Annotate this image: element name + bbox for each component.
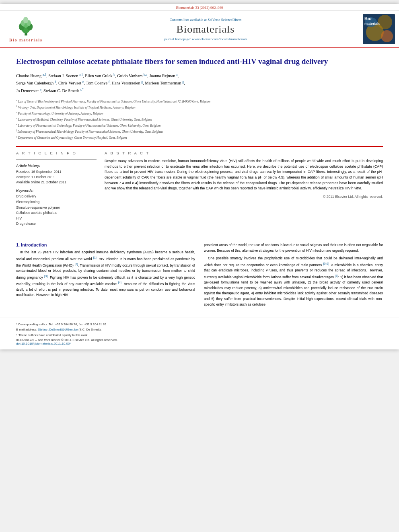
affil-b: b Virology Unit, Department of Microbiol… — [16, 105, 383, 110]
keyword-drug-release: Drug release — [16, 221, 97, 227]
available-date: Available online 21 October 2011 — [16, 180, 97, 185]
keyword-electrospinning: Electrospinning — [16, 199, 97, 205]
biomaterials-badge: Biomaterials — [363, 14, 395, 44]
abstract-label: A B S T R A C T — [105, 151, 383, 155]
journal-badge-area: Biomaterials — [359, 11, 399, 47]
affil-g: g Department of Obstetrics and Gynaecolo… — [16, 135, 383, 140]
keyword-polymer: Stimulus-responsive polymer — [16, 205, 97, 211]
footnote-email: E-mail address: Stefaan.DeSmedt@UGent.be… — [16, 327, 383, 332]
article-info-column: A R T I C L E I N F O Article history: R… — [16, 151, 97, 235]
body-col-right: prevalent areas of the world, the use of… — [204, 242, 383, 310]
affil-d: d Laboratory of Medicinal Chemistry, Fac… — [16, 117, 383, 122]
journal-homepage: journal homepage: www.elsevier.com/locat… — [164, 37, 247, 41]
affil-e: e Laboratory of Pharmaceutical Technolog… — [16, 123, 383, 128]
article-info-label: A R T I C L E I N F O — [16, 151, 97, 155]
badge-label: Biomaterials — [364, 16, 380, 26]
intro-text: In the last 25 years HIV infection and a… — [16, 250, 195, 298]
email-link[interactable]: Stefaan.DeSmedt@UGent.be — [38, 328, 78, 331]
footer: * Corresponding author. Tel.: +32 9 264 … — [0, 318, 399, 349]
intro-text-cont: prevalent areas of the world, the use of… — [204, 242, 383, 307]
body-col-left: 1. Introduction In the last 25 years HIV… — [16, 242, 195, 310]
elsevier-text: Bio materials — [9, 38, 43, 42]
keyword-cellulose: Cellulose acetate phthalate — [16, 210, 97, 216]
doi-link[interactable]: doi:10.1016/j.biomaterials.2011.10.004 — [16, 342, 72, 345]
info-divider-top — [16, 159, 97, 160]
journal-header: Bio materials Contents lists available a… — [0, 11, 399, 48]
keyword-hiv: HIV — [16, 216, 97, 222]
abstract-text: Despite many advances in modern medicine… — [105, 158, 383, 191]
intro-title: 1. Introduction — [16, 242, 195, 247]
svg-point-11 — [381, 30, 393, 42]
citation-text: Biomaterials 33 (2012) 962–969 — [176, 6, 223, 10]
sciverse-link: Contents lists available at SciVerse Sci… — [170, 18, 242, 22]
received-date: Received 16 September 2011 — [16, 169, 97, 175]
keywords-label: Keywords: — [16, 189, 97, 193]
journal-center: Contents lists available at SciVerse Sci… — [52, 11, 359, 47]
header-divider — [16, 146, 383, 147]
elsevier-logo: Bio materials — [9, 16, 43, 42]
abstract-column: A B S T R A C T Despite many advances in… — [105, 151, 383, 235]
footnote-star: * Corresponding author. Tel.: +32 9 264 … — [16, 322, 383, 327]
copyright: © 2011 Elsevier Ltd. All rights reserved… — [105, 195, 383, 199]
sciverse-link-text[interactable]: SciVerse ScienceDirect — [208, 18, 241, 22]
body-section: 1. Introduction In the last 25 years HIV… — [16, 242, 383, 310]
journal-title: Biomaterials — [177, 23, 235, 35]
affil-c: c Faculty of Pharmacology, University of… — [16, 111, 383, 116]
svg-point-7 — [23, 16, 29, 23]
affiliations: a Lab of General Biochemistry and Physic… — [16, 99, 383, 140]
citation-bar: Biomaterials 33 (2012) 962–969 — [0, 4, 399, 11]
keyword-drug-delivery: Drug delivery — [16, 194, 97, 199]
page: Biomaterials 33 (2012) 962–969 Bio mater… — [0, 4, 399, 349]
footnote-1: 1 These authors have contributed equally… — [16, 333, 383, 337]
elsevier-branding: Bio materials — [0, 11, 52, 47]
history-label: Article history: — [16, 164, 97, 168]
doi-line: 0142-9612/$ – see front matter © 2011 El… — [16, 338, 383, 345]
affil-f: f Laboratory of Pharmaceutical Microbiol… — [16, 129, 383, 134]
authors-line: Chaobo Huang a,1, Stefaan J. Soenen a,1,… — [16, 72, 383, 94]
accepted-date: Accepted 1 October 2011 — [16, 175, 97, 180]
info-abstract-section: A R T I C L E I N F O Article history: R… — [16, 151, 383, 235]
affil-a: a Lab of General Biochemistry and Physic… — [16, 99, 383, 104]
paper-content: Electrospun cellulose acetate phthalate … — [0, 48, 399, 318]
paper-title: Electrospun cellulose acetate phthalate … — [16, 56, 383, 67]
info-divider-bottom — [16, 231, 97, 231]
elsevier-tree-icon — [15, 16, 37, 37]
